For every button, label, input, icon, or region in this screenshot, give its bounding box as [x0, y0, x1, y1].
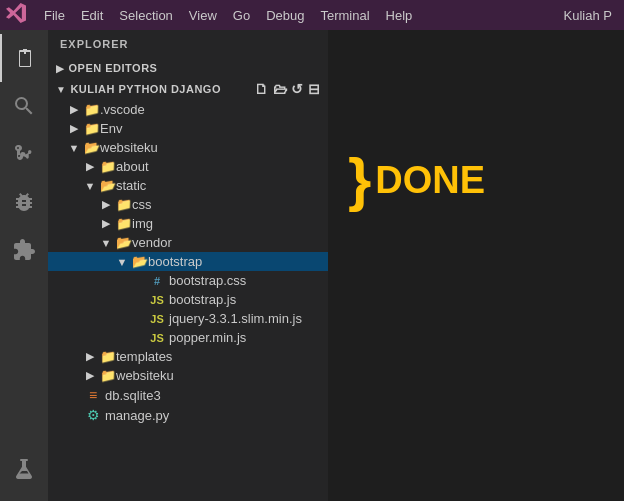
- websiteku2-label: websiteku: [116, 368, 328, 383]
- static-folder-icon: 📂: [100, 178, 116, 193]
- bootstrap-js-label: bootstrap.js: [169, 292, 328, 307]
- tree-item-vendor[interactable]: ▼ 📂 vendor: [48, 233, 328, 252]
- tree-item-popper[interactable]: JS popper.min.js: [48, 328, 328, 347]
- img-folder-icon: 📁: [116, 216, 132, 231]
- vendor-folder-icon: 📂: [116, 235, 132, 250]
- activity-bar: [0, 30, 48, 501]
- css-label: css: [132, 197, 328, 212]
- tree-item-static[interactable]: ▼ 📂 static: [48, 176, 328, 195]
- tree-item-jquery[interactable]: JS jquery-3.3.1.slim.min.js: [48, 309, 328, 328]
- sidebar: EXPLORER ▶ OPEN EDITORS ▼ KULIAH PYTHON …: [48, 30, 328, 501]
- content-area: } DONE: [328, 30, 624, 501]
- extensions-activity-icon[interactable]: [0, 226, 48, 274]
- project-actions: 🗋 🗁 ↺ ⊟: [254, 81, 320, 97]
- tree-item-bootstrap-js[interactable]: JS bootstrap.js: [48, 290, 328, 309]
- collapse-all-icon[interactable]: ⊟: [308, 81, 321, 97]
- open-editors-header[interactable]: ▶ OPEN EDITORS: [48, 58, 328, 78]
- open-editors-label: OPEN EDITORS: [69, 62, 158, 74]
- tree-item-bootstrap[interactable]: ▼ 📂 bootstrap: [48, 252, 328, 271]
- about-folder-icon: 📁: [100, 159, 116, 174]
- menu-view[interactable]: View: [181, 6, 225, 25]
- open-editors-chevron: ▶: [56, 63, 65, 74]
- manage-file-icon: ⚙: [84, 407, 102, 423]
- menu-selection[interactable]: Selection: [111, 6, 180, 25]
- menu-edit[interactable]: Edit: [73, 6, 111, 25]
- menubar: File Edit Selection View Go Debug Termin…: [0, 0, 624, 30]
- popper-file-icon: JS: [148, 332, 166, 344]
- menu-terminal[interactable]: Terminal: [312, 6, 377, 25]
- templates-chevron: ▶: [80, 350, 100, 363]
- about-chevron: ▶: [80, 160, 100, 173]
- new-file-icon[interactable]: 🗋: [254, 81, 269, 97]
- new-folder-icon[interactable]: 🗁: [273, 81, 288, 97]
- jquery-label: jquery-3.3.1.slim.min.js: [169, 311, 328, 326]
- menu-debug[interactable]: Debug: [258, 6, 312, 25]
- tree-item-bootstrap-css[interactable]: # bootstrap.css: [48, 271, 328, 290]
- img-label: img: [132, 216, 328, 231]
- templates-folder-icon: 📁: [100, 349, 116, 364]
- templates-label: templates: [116, 349, 328, 364]
- project-section-header[interactable]: ▼ KULIAH PYTHON DJANGO 🗋 🗁 ↺ ⊟: [48, 78, 328, 100]
- refresh-icon[interactable]: ↺: [291, 81, 304, 97]
- menu-help[interactable]: Help: [378, 6, 421, 25]
- vscode-chevron: ▶: [64, 103, 84, 116]
- bootstrap-folder-icon: 📂: [132, 254, 148, 269]
- vscode-logo: [4, 3, 28, 28]
- websiteku2-chevron: ▶: [80, 369, 100, 382]
- tree-item-websiteku2[interactable]: ▶ 📁 websiteku: [48, 366, 328, 385]
- env-chevron: ▶: [64, 122, 84, 135]
- menu-file[interactable]: File: [36, 6, 73, 25]
- popper-label: popper.min.js: [169, 330, 328, 345]
- bootstrap-css-label: bootstrap.css: [169, 273, 328, 288]
- done-annotation: } DONE: [348, 150, 485, 210]
- bootstrap-chevron: ▼: [112, 256, 132, 268]
- db-label: db.sqlite3: [105, 388, 328, 403]
- files-activity-icon[interactable]: [0, 34, 48, 82]
- tree-item-vscode[interactable]: ▶ 📁 .vscode: [48, 100, 328, 119]
- search-activity-icon[interactable]: [0, 82, 48, 130]
- project-label: KULIAH PYTHON DJANGO: [70, 83, 221, 95]
- db-file-icon: ≡: [84, 387, 102, 403]
- img-chevron: ▶: [96, 217, 116, 230]
- vendor-chevron: ▼: [96, 237, 116, 249]
- done-text: DONE: [375, 159, 485, 202]
- env-label: Env: [100, 121, 328, 136]
- css-chevron: ▶: [96, 198, 116, 211]
- debug-activity-icon[interactable]: [0, 178, 48, 226]
- tree-item-about[interactable]: ▶ 📁 about: [48, 157, 328, 176]
- websiteku2-folder-icon: 📁: [100, 368, 116, 383]
- vscode-folder-icon: 📁: [84, 102, 100, 117]
- static-chevron: ▼: [80, 180, 100, 192]
- flask-activity-icon[interactable]: [0, 445, 48, 493]
- bootstrap-label: bootstrap: [148, 254, 328, 269]
- bootstrap-css-file-icon: #: [148, 275, 166, 287]
- vscode-label: .vscode: [100, 102, 328, 117]
- project-chevron: ▼: [56, 84, 66, 95]
- tree-item-env[interactable]: ▶ 📁 Env: [48, 119, 328, 138]
- done-brace: }: [348, 150, 371, 210]
- tree-item-img[interactable]: ▶ 📁 img: [48, 214, 328, 233]
- vendor-label: vendor: [132, 235, 328, 250]
- tree-item-templates[interactable]: ▶ 📁 templates: [48, 347, 328, 366]
- bootstrap-js-file-icon: JS: [148, 294, 166, 306]
- explorer-header: EXPLORER: [48, 30, 328, 58]
- websiteku-label: websiteku: [100, 140, 328, 155]
- tree-item-manage-py[interactable]: ⚙ manage.py: [48, 405, 328, 425]
- about-label: about: [116, 159, 328, 174]
- menu-go[interactable]: Go: [225, 6, 258, 25]
- tree-item-css[interactable]: ▶ 📁 css: [48, 195, 328, 214]
- user-label: Kuliah P: [564, 8, 620, 23]
- static-label: static: [116, 178, 328, 193]
- css-folder-icon: 📁: [116, 197, 132, 212]
- main-layout: EXPLORER ▶ OPEN EDITORS ▼ KULIAH PYTHON …: [0, 30, 624, 501]
- websiteku-folder-icon: 📂: [84, 140, 100, 155]
- manage-label: manage.py: [105, 408, 328, 423]
- source-control-activity-icon[interactable]: [0, 130, 48, 178]
- env-folder-icon: 📁: [84, 121, 100, 136]
- websiteku-chevron: ▼: [64, 142, 84, 154]
- jquery-file-icon: JS: [148, 313, 166, 325]
- tree-item-websiteku[interactable]: ▼ 📂 websiteku: [48, 138, 328, 157]
- tree-item-db-sqlite[interactable]: ≡ db.sqlite3: [48, 385, 328, 405]
